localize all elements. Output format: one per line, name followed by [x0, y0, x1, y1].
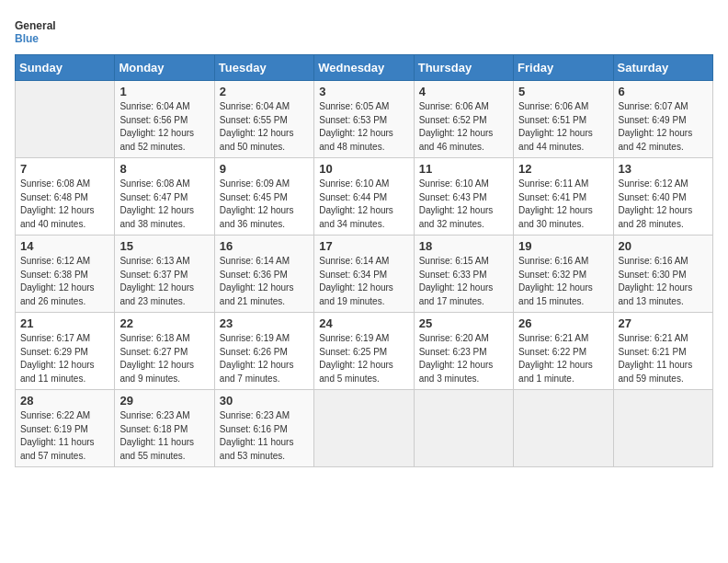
day-number: 30 — [220, 394, 309, 408]
day-number: 19 — [518, 239, 608, 253]
calendar-cell — [613, 390, 712, 467]
calendar-cell: 18Sunrise: 6:15 AMSunset: 6:33 PMDayligh… — [414, 236, 513, 313]
day-number: 22 — [119, 316, 209, 330]
calendar-cell: 1Sunrise: 6:04 AMSunset: 6:56 PMDaylight… — [115, 81, 214, 158]
calendar-cell: 29Sunrise: 6:23 AMSunset: 6:18 PMDayligh… — [115, 390, 214, 467]
calendar-cell: 12Sunrise: 6:11 AMSunset: 6:41 PMDayligh… — [514, 158, 613, 236]
day-number: 21 — [20, 316, 109, 330]
weekday-header-row: SundayMondayTuesdayWednesdayThursdayFrid… — [16, 55, 713, 81]
day-number: 2 — [220, 85, 309, 98]
cell-info: Sunrise: 6:13 AMSunset: 6:37 PMDaylight:… — [119, 255, 209, 308]
cell-info: Sunrise: 6:11 AMSunset: 6:41 PMDaylight:… — [518, 178, 608, 231]
calendar-cell: 7Sunrise: 6:08 AMSunset: 6:48 PMDaylight… — [16, 158, 115, 236]
calendar-cell: 22Sunrise: 6:18 AMSunset: 6:27 PMDayligh… — [115, 313, 214, 390]
weekday-header: Sunday — [16, 55, 115, 81]
calendar-table: SundayMondayTuesdayWednesdayThursdayFrid… — [15, 54, 713, 467]
day-number: 16 — [220, 239, 309, 253]
cell-info: Sunrise: 6:21 AMSunset: 6:21 PMDaylight:… — [619, 332, 708, 385]
calendar-cell: 11Sunrise: 6:10 AMSunset: 6:43 PMDayligh… — [414, 158, 513, 236]
cell-info: Sunrise: 6:07 AMSunset: 6:49 PMDaylight:… — [619, 100, 708, 154]
svg-text:General: General — [15, 19, 56, 32]
day-number: 11 — [419, 162, 508, 176]
logo: General Blue — [15, 15, 70, 47]
cell-info: Sunrise: 6:08 AMSunset: 6:48 PMDaylight:… — [20, 178, 109, 231]
calendar-week-row: 21Sunrise: 6:17 AMSunset: 6:29 PMDayligh… — [16, 313, 713, 390]
calendar-cell — [16, 81, 115, 158]
cell-info: Sunrise: 6:04 AMSunset: 6:55 PMDaylight:… — [220, 100, 309, 154]
cell-info: Sunrise: 6:14 AMSunset: 6:34 PMDaylight:… — [319, 255, 408, 308]
day-number: 24 — [319, 316, 408, 330]
day-number: 17 — [319, 239, 408, 253]
calendar-cell: 10Sunrise: 6:10 AMSunset: 6:44 PMDayligh… — [314, 158, 414, 236]
day-number: 7 — [20, 162, 109, 176]
calendar-cell: 28Sunrise: 6:22 AMSunset: 6:19 PMDayligh… — [16, 390, 115, 467]
calendar-cell: 21Sunrise: 6:17 AMSunset: 6:29 PMDayligh… — [16, 313, 115, 390]
day-number: 12 — [518, 162, 608, 176]
weekday-header: Friday — [514, 55, 613, 81]
calendar-week-row: 28Sunrise: 6:22 AMSunset: 6:19 PMDayligh… — [16, 390, 713, 467]
day-number: 18 — [419, 239, 508, 253]
day-number: 28 — [20, 394, 109, 408]
cell-info: Sunrise: 6:09 AMSunset: 6:45 PMDaylight:… — [220, 178, 309, 231]
weekday-header: Tuesday — [214, 55, 313, 81]
cell-info: Sunrise: 6:20 AMSunset: 6:23 PMDaylight:… — [419, 332, 508, 385]
calendar-cell: 2Sunrise: 6:04 AMSunset: 6:55 PMDaylight… — [214, 81, 313, 158]
weekday-header: Thursday — [414, 55, 513, 81]
cell-info: Sunrise: 6:21 AMSunset: 6:22 PMDaylight:… — [518, 332, 608, 385]
cell-info: Sunrise: 6:12 AMSunset: 6:40 PMDaylight:… — [619, 178, 708, 231]
calendar-cell: 5Sunrise: 6:06 AMSunset: 6:51 PMDaylight… — [514, 81, 613, 158]
page-header: General Blue — [15, 15, 713, 47]
weekday-header: Saturday — [613, 55, 712, 81]
calendar-cell: 6Sunrise: 6:07 AMSunset: 6:49 PMDaylight… — [613, 81, 712, 158]
cell-info: Sunrise: 6:14 AMSunset: 6:36 PMDaylight:… — [220, 255, 309, 308]
calendar-cell — [514, 390, 613, 467]
cell-info: Sunrise: 6:19 AMSunset: 6:26 PMDaylight:… — [220, 332, 309, 385]
calendar-cell: 27Sunrise: 6:21 AMSunset: 6:21 PMDayligh… — [613, 313, 712, 390]
calendar-cell: 15Sunrise: 6:13 AMSunset: 6:37 PMDayligh… — [115, 236, 214, 313]
cell-info: Sunrise: 6:16 AMSunset: 6:32 PMDaylight:… — [518, 255, 608, 308]
calendar-cell: 4Sunrise: 6:06 AMSunset: 6:52 PMDaylight… — [414, 81, 513, 158]
day-number: 25 — [419, 316, 508, 330]
calendar-cell: 20Sunrise: 6:16 AMSunset: 6:30 PMDayligh… — [613, 236, 712, 313]
calendar-cell: 17Sunrise: 6:14 AMSunset: 6:34 PMDayligh… — [314, 236, 414, 313]
calendar-cell: 9Sunrise: 6:09 AMSunset: 6:45 PMDaylight… — [214, 158, 313, 236]
calendar-cell: 3Sunrise: 6:05 AMSunset: 6:53 PMDaylight… — [314, 81, 414, 158]
day-number: 13 — [619, 162, 708, 176]
calendar-cell: 25Sunrise: 6:20 AMSunset: 6:23 PMDayligh… — [414, 313, 513, 390]
calendar-cell: 24Sunrise: 6:19 AMSunset: 6:25 PMDayligh… — [314, 313, 414, 390]
weekday-header: Monday — [115, 55, 214, 81]
day-number: 5 — [518, 85, 608, 98]
cell-info: Sunrise: 6:10 AMSunset: 6:44 PMDaylight:… — [319, 178, 408, 231]
day-number: 15 — [119, 239, 209, 253]
day-number: 20 — [619, 239, 708, 253]
cell-info: Sunrise: 6:23 AMSunset: 6:18 PMDaylight:… — [119, 409, 209, 463]
calendar-week-row: 1Sunrise: 6:04 AMSunset: 6:56 PMDaylight… — [16, 81, 713, 158]
day-number: 4 — [419, 85, 508, 98]
cell-info: Sunrise: 6:16 AMSunset: 6:30 PMDaylight:… — [619, 255, 708, 308]
cell-info: Sunrise: 6:19 AMSunset: 6:25 PMDaylight:… — [319, 332, 408, 385]
calendar-cell — [414, 390, 513, 467]
calendar-cell: 13Sunrise: 6:12 AMSunset: 6:40 PMDayligh… — [613, 158, 712, 236]
cell-info: Sunrise: 6:06 AMSunset: 6:51 PMDaylight:… — [518, 100, 608, 154]
calendar-cell: 14Sunrise: 6:12 AMSunset: 6:38 PMDayligh… — [16, 236, 115, 313]
calendar-cell — [314, 390, 414, 467]
day-number: 3 — [319, 85, 408, 98]
day-number: 6 — [619, 85, 708, 98]
cell-info: Sunrise: 6:04 AMSunset: 6:56 PMDaylight:… — [119, 100, 209, 154]
cell-info: Sunrise: 6:05 AMSunset: 6:53 PMDaylight:… — [319, 100, 408, 154]
calendar-cell: 16Sunrise: 6:14 AMSunset: 6:36 PMDayligh… — [214, 236, 313, 313]
cell-info: Sunrise: 6:23 AMSunset: 6:16 PMDaylight:… — [220, 409, 309, 463]
cell-info: Sunrise: 6:22 AMSunset: 6:19 PMDaylight:… — [20, 409, 109, 463]
calendar-week-row: 7Sunrise: 6:08 AMSunset: 6:48 PMDaylight… — [16, 158, 713, 236]
weekday-header: Wednesday — [314, 55, 414, 81]
day-number: 10 — [319, 162, 408, 176]
day-number: 8 — [119, 162, 209, 176]
logo-icon: General Blue — [15, 15, 70, 47]
day-number: 9 — [220, 162, 309, 176]
day-number: 29 — [119, 394, 209, 408]
calendar-week-row: 14Sunrise: 6:12 AMSunset: 6:38 PMDayligh… — [16, 236, 713, 313]
calendar-cell: 8Sunrise: 6:08 AMSunset: 6:47 PMDaylight… — [115, 158, 214, 236]
day-number: 26 — [518, 316, 608, 330]
day-number: 14 — [20, 239, 109, 253]
day-number: 23 — [220, 316, 309, 330]
